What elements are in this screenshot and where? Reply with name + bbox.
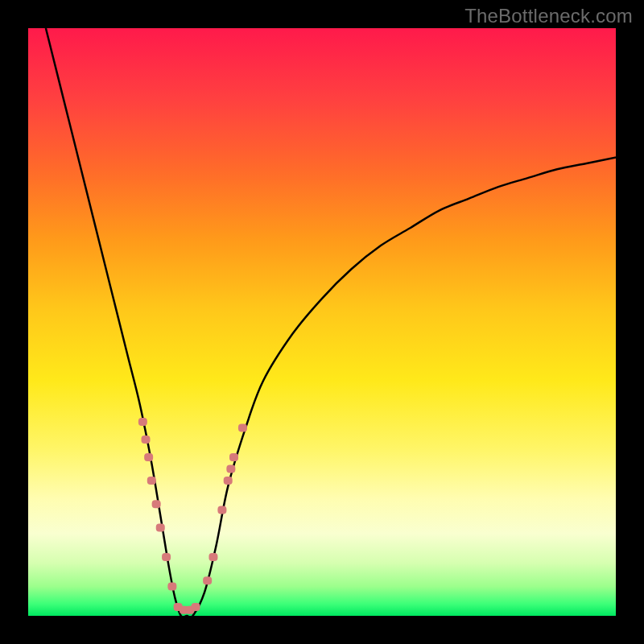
data-marker xyxy=(156,524,165,532)
data-marker xyxy=(152,500,161,508)
data-marker xyxy=(167,583,176,591)
data-marker xyxy=(138,418,147,426)
data-marker xyxy=(226,465,235,473)
data-marker xyxy=(142,436,151,444)
data-marker xyxy=(203,576,212,584)
curve-svg xyxy=(28,28,616,616)
watermark-text: TheBottleneck.com xyxy=(464,5,633,27)
chart-container: TheBottleneck.com xyxy=(0,0,644,644)
bottleneck-curve xyxy=(46,28,616,616)
data-marker xyxy=(162,553,171,561)
data-marker xyxy=(144,453,153,461)
data-marker xyxy=(238,423,247,431)
data-marker xyxy=(208,553,217,561)
plot-area xyxy=(28,28,616,616)
data-marker xyxy=(192,603,200,611)
data-marker xyxy=(147,477,156,485)
data-marker xyxy=(229,453,238,461)
data-marker xyxy=(217,506,226,514)
data-marker xyxy=(224,477,233,485)
data-markers xyxy=(138,418,247,614)
